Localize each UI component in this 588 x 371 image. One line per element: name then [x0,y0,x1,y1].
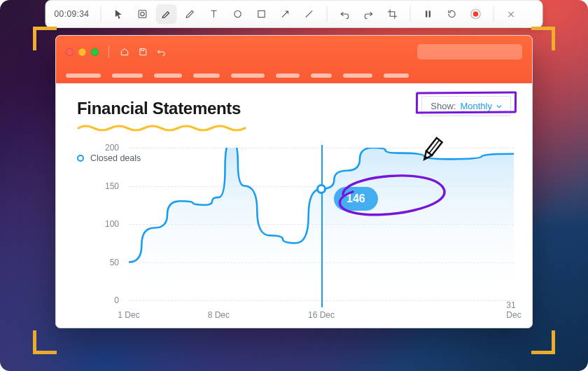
separator [326,6,327,22]
close-window-icon[interactable] [66,48,74,56]
ribbon-tab[interactable] [384,74,409,78]
ribbon-tabs[interactable] [56,68,532,83]
chart: 050100150200 146 1 Dec8 Dec16 Dec31 Dec [74,148,514,320]
close-icon[interactable] [500,4,522,24]
arrow-icon[interactable] [274,4,295,24]
ribbon-tab[interactable] [66,74,101,78]
marker-line [321,145,323,307]
zoom-window-icon[interactable] [91,48,99,56]
y-tick: 200 [105,143,119,153]
ribbon-tab[interactable] [112,74,143,78]
text-icon[interactable] [203,4,224,24]
filter-rectangle-annotation [416,91,517,113]
y-tick: 50 [110,258,119,267]
capture-corner [33,330,57,354]
ribbon-tab[interactable] [343,74,372,78]
save-icon[interactable] [137,46,148,57]
separator [108,46,109,58]
ribbon-tab[interactable] [231,74,265,78]
ribbon-tab[interactable] [276,74,300,78]
x-tick: 16 Dec [308,310,335,320]
minimize-window-icon[interactable] [78,48,86,56]
svg-point-1 [141,12,144,15]
recording-timer: 00:09:34 [55,9,90,19]
home-icon[interactable] [119,46,130,57]
slide-content: Financial Statements Show: Monthly [56,83,532,135]
capture-corner [33,27,57,50]
undo-icon[interactable] [334,4,355,24]
y-tick: 150 [105,181,119,191]
x-tick: 1 Dec [118,310,139,320]
ribbon-tab[interactable] [193,74,220,78]
separator [493,6,493,22]
circle-icon[interactable] [227,4,248,24]
capture-corner [531,27,555,50]
y-tick: 100 [105,219,119,229]
recorder-toolbar: 00:09:34 [46,0,543,28]
chart-tooltip: 146 [334,187,378,211]
pointer-icon[interactable] [108,4,129,24]
x-tick: 8 Dec [208,310,230,320]
undo-small-icon[interactable] [155,46,167,57]
y-tick: 0 [114,295,119,305]
crop-icon[interactable] [382,4,402,24]
svg-point-2 [234,10,241,17]
title-underline-annotation [77,122,252,132]
capture-corner [531,330,555,354]
ribbon-tab[interactable] [311,74,332,78]
pause-icon[interactable] [417,4,438,24]
svg-rect-0 [139,10,146,18]
search-input[interactable] [427,48,524,56]
line-icon[interactable] [298,4,319,24]
separator [410,6,410,22]
redo-icon[interactable] [358,4,379,24]
presentation-window: Financial Statements Show: Monthly Close… [55,35,533,328]
capture-area-icon[interactable] [132,4,153,24]
svg-point-7 [473,11,479,17]
svg-rect-4 [426,10,427,17]
titlebar [56,36,532,68]
y-axis: 050100150200 [74,148,129,300]
svg-rect-5 [429,10,430,17]
search-field[interactable] [417,44,522,59]
separator [100,6,101,22]
marker-dot [316,184,326,194]
svg-rect-3 [258,10,265,17]
x-tick: 31 Dec [506,300,521,320]
highlighter-icon[interactable] [155,4,176,24]
record-icon[interactable] [465,4,486,24]
pencil-icon[interactable] [179,4,200,24]
square-icon[interactable] [251,4,272,24]
ribbon-tab[interactable] [154,74,182,78]
restart-icon[interactable] [441,4,462,24]
window-controls[interactable] [66,48,99,56]
plot-area: 146 [129,148,514,300]
